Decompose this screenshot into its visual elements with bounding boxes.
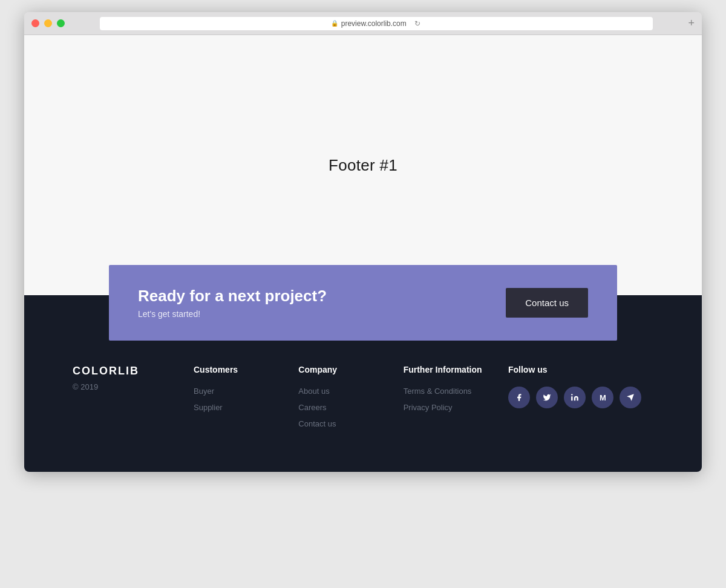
footer-info-col: Further Information Terms & Conditions P…	[391, 365, 496, 436]
footer-area: Ready for a next project? Let's get star…	[24, 295, 702, 472]
new-tab-button[interactable]: +	[688, 17, 695, 30]
footer-link-careers[interactable]: Careers	[298, 403, 379, 412]
footer-brand-col: COLORLIB © 2019	[73, 365, 182, 436]
cta-banner-wrapper: Ready for a next project? Let's get star…	[24, 295, 702, 371]
social-facebook-link[interactable]	[508, 387, 530, 408]
social-telegram-link[interactable]	[620, 387, 641, 408]
cta-contact-button[interactable]: Contact us	[506, 288, 588, 318]
browser-toolbar: 🔒 preview.colorlib.com ↻ +	[24, 12, 702, 35]
browser-window: 🔒 preview.colorlib.com ↻ + Footer #1 Rea…	[24, 12, 702, 472]
social-icons: M	[508, 387, 641, 408]
footer-company-col: Company About us Careers Contact us	[286, 365, 391, 436]
footer-link-buyer[interactable]: Buyer	[194, 387, 274, 396]
social-medium-link[interactable]: M	[592, 387, 613, 408]
page-title: Footer #1	[329, 156, 397, 175]
footer-copyright: © 2019	[73, 382, 169, 391]
page-content: Footer #1 Ready for a next project? Let'…	[24, 35, 702, 472]
svg-point-0	[571, 394, 572, 395]
cta-title: Ready for a next project?	[138, 287, 327, 305]
cta-subtitle: Let's get started!	[138, 309, 327, 319]
close-dot[interactable]	[31, 19, 39, 27]
lock-icon: 🔒	[331, 20, 338, 27]
maximize-dot[interactable]	[57, 19, 65, 27]
footer-social-col: Follow us M	[496, 365, 653, 436]
refresh-icon[interactable]: ↻	[413, 19, 422, 28]
medium-icon: M	[600, 393, 606, 402]
minimize-dot[interactable]	[44, 19, 52, 27]
footer-link-contact[interactable]: Contact us	[298, 419, 379, 428]
social-linkedin-link[interactable]	[564, 387, 586, 408]
footer-link-terms[interactable]: Terms & Conditions	[404, 387, 484, 396]
footer-link-about[interactable]: About us	[298, 387, 379, 396]
footer-link-supplier[interactable]: Supplier	[194, 403, 274, 412]
footer-customers-col: Customers Buyer Supplier	[182, 365, 286, 436]
footer-columns: COLORLIB © 2019 Customers Buyer Supplier…	[24, 365, 702, 436]
top-section: Footer #1	[24, 35, 702, 295]
cta-text-block: Ready for a next project? Let's get star…	[138, 287, 327, 319]
url-text: preview.colorlib.com	[341, 19, 407, 28]
social-twitter-link[interactable]	[536, 387, 558, 408]
footer-link-privacy[interactable]: Privacy Policy	[404, 403, 484, 412]
address-bar[interactable]: 🔒 preview.colorlib.com ↻	[100, 17, 653, 30]
cta-banner: Ready for a next project? Let's get star…	[109, 265, 617, 341]
